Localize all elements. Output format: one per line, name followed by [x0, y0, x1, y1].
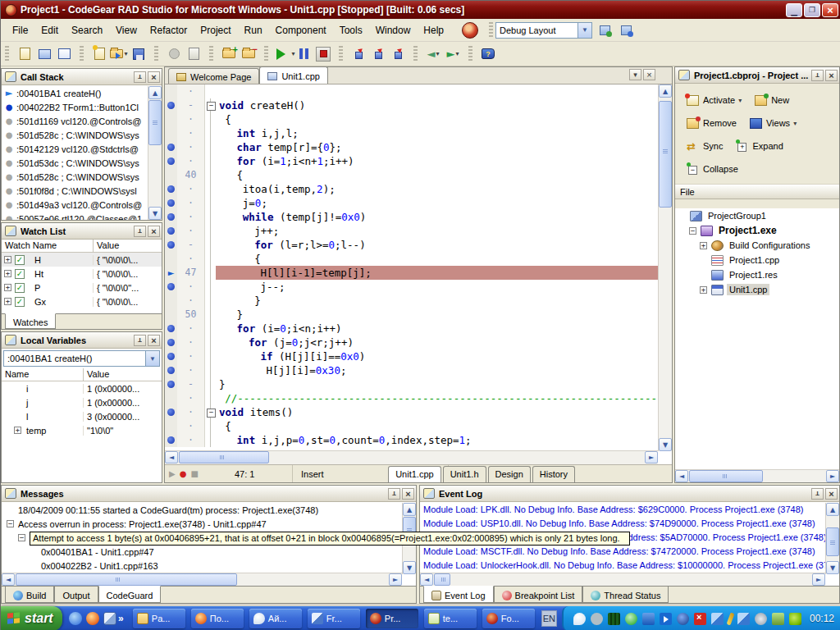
watch-value-column[interactable]: Value — [93, 240, 162, 252]
task-button[interactable]: Fr... — [308, 609, 360, 628]
scroll-up-icon[interactable] — [826, 503, 839, 516]
code-line[interactable]: ·void items() — [165, 405, 658, 419]
pin-icon[interactable] — [134, 335, 146, 346]
tree-item-projectgroup1[interactable]: ProjectGroup1 — [675, 208, 839, 223]
tree-item-project1-res[interactable]: Project1.res — [675, 267, 839, 282]
name-column[interactable]: Name — [2, 368, 83, 381]
desktop-icon[interactable] — [103, 612, 116, 625]
pin-icon[interactable] — [134, 226, 146, 237]
watch-checkbox[interactable] — [15, 255, 25, 265]
fold-margin[interactable] — [205, 98, 216, 112]
set-debug-layout-button[interactable] — [617, 21, 635, 39]
pin-icon[interactable] — [811, 488, 824, 500]
tab-build[interactable]: Build — [5, 587, 54, 603]
close-icon[interactable] — [402, 488, 414, 500]
minimize-button[interactable] — [786, 3, 802, 17]
update-icon[interactable] — [772, 613, 784, 625]
add-file-icon[interactable] — [220, 45, 238, 63]
scroll-down-icon[interactable] — [403, 561, 416, 574]
code-line[interactable]: ·for (i=1;i<n+1;i++) — [165, 154, 658, 168]
task-button[interactable]: Ай... — [249, 609, 302, 628]
chevron-down-icon[interactable]: ▾ — [738, 97, 742, 104]
menu-item-edit[interactable]: Edit — [34, 21, 65, 39]
messages-horizontal-scrollbar[interactable] — [2, 573, 402, 586]
tab-event-log[interactable]: Event Log — [423, 586, 494, 603]
tree-item-project1-cpp[interactable]: Project1.cpp — [675, 253, 839, 267]
fold-margin[interactable] — [205, 405, 216, 419]
scroll-thumb[interactable] — [148, 100, 162, 145]
menu-item-window[interactable]: Window — [369, 21, 418, 39]
menu-item-project[interactable]: Project — [194, 21, 237, 39]
tree-item-unit1-cpp[interactable]: +Unit1.cpp — [675, 282, 839, 297]
pin-icon[interactable] — [811, 70, 824, 81]
macro-play-icon[interactable]: ▶ — [169, 469, 176, 478]
close-tab-icon[interactable] — [643, 69, 655, 80]
scheduler-icon[interactable] — [755, 613, 767, 625]
project-tree-scrollbar[interactable] — [675, 469, 839, 482]
code-line[interactable]: ·H[j][i]=0x30; — [165, 363, 658, 377]
call-stack-item[interactable]: ●:501d49a3 vcl120.@Controls@ — [2, 198, 148, 212]
ccs-icon[interactable] — [642, 613, 655, 625]
player-icon[interactable] — [660, 613, 672, 625]
menu-item-refactor[interactable]: Refactor — [144, 21, 194, 39]
volume-icon[interactable] — [591, 613, 603, 625]
editor-tab-unit1-cpp[interactable]: Unit1.cpp — [259, 66, 327, 84]
expand-icon[interactable]: + — [4, 284, 11, 291]
pause-icon[interactable] — [294, 45, 313, 63]
local-variable-row[interactable]: j1 (0x00000... — [2, 395, 162, 409]
call-stack-item[interactable]: ●:501d528c ; C:\WINDOWS\sys — [2, 128, 148, 142]
menu-item-run[interactable]: Run — [238, 21, 269, 39]
start-button[interactable]: start — [1, 606, 62, 630]
scroll-right-icon[interactable] — [389, 573, 402, 586]
code-line[interactable]: -void createH() — [165, 98, 658, 112]
new-file-icon[interactable] — [90, 45, 108, 63]
code-line[interactable]: ·int i,j,p=0,st=0,count=0,index,step=1; — [165, 433, 658, 447]
editor-vertical-scrollbar[interactable] — [658, 84, 672, 451]
file-tab-design[interactable]: Design — [488, 466, 531, 482]
code-line[interactable]: ·j--; — [165, 280, 658, 294]
menu-item-help[interactable]: Help — [417, 21, 450, 39]
watch-row[interactable]: +Ht{ "\0\0\0\... — [2, 267, 162, 281]
code-line[interactable]: 50} — [165, 308, 658, 322]
scroll-right-icon[interactable] — [645, 451, 658, 463]
sync-button[interactable]: Sync — [682, 136, 728, 156]
call-stack-item[interactable]: ●:501f0f8d ; C:\WINDOWS\sysl — [2, 184, 148, 198]
remove-file-icon[interactable] — [240, 45, 258, 63]
antivirus-icon[interactable] — [625, 613, 637, 625]
expand-icon[interactable]: + — [4, 256, 11, 263]
inherit-form-icon[interactable] — [55, 45, 73, 63]
wand-icon[interactable] — [727, 612, 735, 625]
file-tab-unit1-h[interactable]: Unit1.h — [443, 466, 486, 482]
expand-icon[interactable]: + — [4, 298, 11, 305]
task-button[interactable]: Pa... — [133, 609, 185, 628]
menu-item-search[interactable]: Search — [65, 21, 109, 39]
chevron-down-icon[interactable]: ▾ — [455, 50, 459, 57]
event-log-line[interactable]: Module Load: USP10.dll. No Debug Info. B… — [420, 517, 825, 531]
code-line[interactable]: ·} — [165, 294, 658, 308]
lan-icon[interactable] — [737, 613, 750, 625]
code-line[interactable]: -for (l=r;l>=0;l--) — [165, 238, 658, 252]
chevron-down-icon[interactable]: ▾ — [124, 50, 127, 57]
scroll-up-icon[interactable] — [148, 86, 162, 99]
program-reset-icon[interactable] — [314, 45, 332, 63]
task-button[interactable]: По... — [191, 609, 244, 628]
code-line[interactable]: ·//-------------------------------------… — [165, 391, 658, 405]
event-log-line[interactable]: Module Load: MSCTF.dll. No Debug Info. B… — [420, 545, 825, 559]
expand-button[interactable]: Expand — [731, 136, 788, 156]
menu-item-component[interactable]: Component — [269, 21, 333, 39]
scroll-thumb[interactable] — [659, 101, 672, 208]
file-tab-unit1-cpp[interactable]: Unit1.cpp — [388, 466, 441, 482]
open-project-icon[interactable] — [185, 45, 203, 63]
scroll-left-icon[interactable] — [2, 573, 15, 586]
collapse-icon[interactable]: − — [7, 520, 14, 527]
nvidia-icon[interactable] — [789, 613, 801, 625]
close-icon[interactable] — [148, 71, 160, 83]
task-button[interactable]: te... — [424, 609, 477, 628]
close-icon[interactable] — [825, 70, 838, 81]
scroll-thumb[interactable] — [434, 573, 450, 586]
code-line[interactable]: ·while (temp[j]!=0x0) — [165, 210, 658, 224]
error-icon[interactable] — [694, 613, 706, 625]
message-row[interactable]: 18/04/2009 00:11:55 started a CodeGuard(… — [2, 503, 402, 517]
tab-codeguard[interactable]: CodeGuard — [98, 586, 162, 603]
forward-icon[interactable]: ▾ — [444, 45, 462, 63]
